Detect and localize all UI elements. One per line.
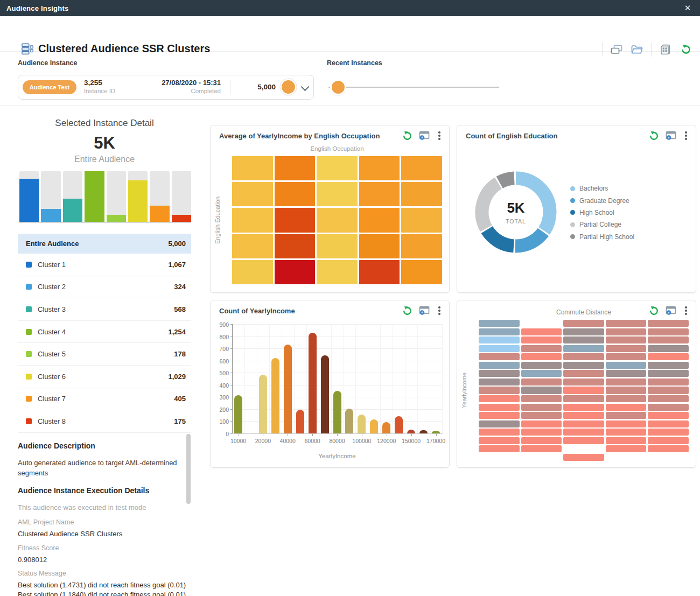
income-bar[interactable]: [419, 430, 428, 433]
sidebar-scrollbar[interactable]: [186, 434, 191, 504]
commute-cell[interactable]: [521, 395, 562, 402]
auto-refresh-window-icon[interactable]: [666, 130, 676, 141]
heatmap-cell[interactable]: [401, 260, 442, 284]
commute-cell[interactable]: [479, 395, 520, 402]
heatmap-cell[interactable]: [401, 156, 442, 180]
income-bar[interactable]: [432, 431, 440, 434]
commute-cell[interactable]: [479, 320, 520, 327]
commute-cell[interactable]: [521, 378, 562, 385]
heatmap-cell[interactable]: [317, 234, 358, 258]
commute-cell[interactable]: [563, 404, 604, 411]
commute-cell[interactable]: [479, 404, 520, 411]
heatmap-cell[interactable]: [317, 182, 358, 206]
commute-cell[interactable]: [479, 437, 520, 444]
commute-cell[interactable]: [606, 320, 647, 327]
income-bar[interactable]: [259, 375, 267, 433]
commute-cell[interactable]: [563, 395, 604, 402]
commute-cell[interactable]: [521, 412, 562, 419]
commute-cell[interactable]: [479, 362, 520, 369]
cluster-row[interactable]: Cluster 41,254: [18, 321, 191, 343]
commute-cell[interactable]: [648, 420, 689, 427]
commute-cell[interactable]: [479, 370, 520, 377]
cluster-row[interactable]: Cluster 7405: [18, 388, 191, 411]
commute-cell[interactable]: [479, 378, 520, 385]
cluster-row[interactable]: Cluster 11,067: [18, 254, 191, 276]
heatmap-cell[interactable]: [401, 208, 442, 232]
cluster-row[interactable]: Cluster 2324: [18, 276, 191, 299]
income-bar[interactable]: [382, 422, 390, 433]
heatmap-cell[interactable]: [359, 156, 400, 180]
heatmap-cell[interactable]: [401, 182, 442, 206]
commute-cell[interactable]: [648, 362, 689, 369]
commute-cell[interactable]: [648, 370, 689, 377]
commute-cell[interactable]: [606, 362, 647, 369]
legend-item[interactable]: Bachelors: [570, 183, 634, 194]
commute-cell[interactable]: [606, 437, 647, 444]
commute-cell[interactable]: [648, 378, 689, 385]
commute-cell[interactable]: [479, 420, 520, 427]
heatmap-cell[interactable]: [359, 260, 400, 284]
commute-cell[interactable]: [479, 345, 520, 352]
copy-icon[interactable]: [610, 43, 623, 56]
refresh-icon[interactable]: [402, 130, 412, 141]
slider-track[interactable]: [328, 87, 499, 88]
commute-cell[interactable]: [648, 445, 689, 452]
entire-audience-row[interactable]: Entire Audience 5,000: [18, 234, 191, 254]
chevron-down-icon[interactable]: [301, 83, 310, 92]
income-bar[interactable]: [309, 333, 317, 433]
commute-cell[interactable]: [521, 420, 562, 427]
legend-item[interactable]: Partial College: [570, 219, 634, 230]
heatmap-cell[interactable]: [232, 208, 273, 232]
open-folder-icon[interactable]: [631, 43, 643, 56]
commute-cell[interactable]: [563, 320, 604, 327]
commute-cell[interactable]: [563, 437, 604, 444]
income-bar[interactable]: [321, 355, 329, 434]
commute-cell[interactable]: [563, 454, 604, 461]
commute-cell[interactable]: [563, 412, 604, 419]
heatmap-cell[interactable]: [359, 234, 400, 258]
legend-item[interactable]: High School: [570, 207, 634, 219]
commute-cell[interactable]: [606, 378, 647, 385]
kebab-menu-icon[interactable]: [683, 306, 689, 315]
commute-cell[interactable]: [648, 320, 689, 327]
commute-cell[interactable]: [479, 387, 520, 394]
commute-cell[interactable]: [606, 429, 647, 436]
cluster-row[interactable]: Cluster 5178: [18, 343, 191, 366]
income-bar[interactable]: [333, 391, 341, 433]
cluster-row[interactable]: Cluster 3568: [18, 298, 191, 321]
legend-item[interactable]: Graduate Degree: [570, 194, 634, 206]
income-bar[interactable]: [395, 416, 403, 433]
heatmap-cell[interactable]: [317, 260, 358, 284]
heatmap-cell[interactable]: [359, 208, 400, 232]
commute-cell[interactable]: [648, 387, 689, 394]
heatmap-cell[interactable]: [232, 182, 273, 206]
commute-cell[interactable]: [521, 429, 562, 436]
commute-cell[interactable]: [521, 353, 562, 360]
commute-cell[interactable]: [563, 420, 604, 427]
commute-cell[interactable]: [521, 328, 562, 335]
audience-instance-card[interactable]: Audience Test 3,255 Instance ID 27/08/20…: [18, 75, 314, 100]
commute-cell[interactable]: [606, 370, 647, 377]
commute-cell[interactable]: [521, 370, 562, 377]
commute-cell[interactable]: [479, 353, 520, 360]
commute-cell[interactable]: [479, 429, 520, 436]
kebab-menu-icon[interactable]: [436, 131, 443, 140]
commute-cell[interactable]: [479, 336, 520, 343]
commute-cell[interactable]: [606, 404, 647, 411]
refresh-icon[interactable]: [648, 130, 659, 141]
income-bar[interactable]: [296, 410, 304, 433]
commute-cell[interactable]: [606, 395, 647, 402]
legend-item[interactable]: Partial High School: [570, 231, 634, 243]
heatmap-cell[interactable]: [232, 234, 273, 258]
commute-cell[interactable]: [648, 353, 689, 360]
refresh-icon[interactable]: [680, 43, 692, 56]
commute-cell[interactable]: [521, 445, 562, 452]
commute-cell[interactable]: [563, 362, 604, 369]
heatmap-cell[interactable]: [275, 156, 316, 180]
commute-cell[interactable]: [563, 378, 604, 385]
commute-cell[interactable]: [648, 328, 689, 335]
commute-cell[interactable]: [479, 328, 520, 335]
kebab-menu-icon[interactable]: [683, 131, 689, 140]
commute-cell[interactable]: [563, 345, 604, 352]
slider-handle[interactable]: [332, 81, 345, 94]
